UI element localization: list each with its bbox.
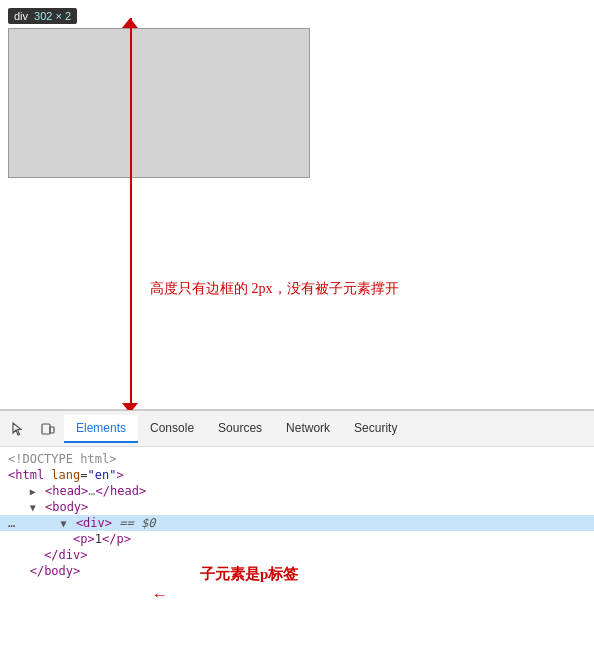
tab-console[interactable]: Console bbox=[138, 415, 206, 443]
browser-preview: div 302 × 2 高度只有边框的 2px，没有被子元素撑开 bbox=[0, 0, 594, 410]
html-line-p: <p>1</p> bbox=[0, 531, 594, 547]
tooltip-dimensions: 302 × 2 bbox=[34, 10, 71, 22]
html-line-div-close: </div> bbox=[0, 547, 594, 563]
devtools-tabbar: Elements Console Sources Network Securit… bbox=[0, 411, 594, 447]
html-line-div[interactable]: … ▼ <div> == $0 bbox=[0, 515, 594, 531]
small-arrow-icon: ← bbox=[152, 586, 168, 604]
main-annotation: 高度只有边框的 2px，没有被子元素撑开 bbox=[150, 280, 399, 298]
device-icon-button[interactable] bbox=[34, 415, 62, 443]
html-line-doctype: <!DOCTYPE html> bbox=[0, 451, 594, 467]
html-line-head[interactable]: ▶ <head>…</head> bbox=[0, 483, 594, 499]
devtools-html-content: <!DOCTYPE html> <html lang="en"> ▶ <head… bbox=[0, 447, 594, 652]
arrow-line bbox=[130, 18, 132, 408]
tab-network[interactable]: Network bbox=[274, 415, 342, 443]
svg-marker-0 bbox=[13, 423, 21, 435]
tooltip-tag: div bbox=[14, 10, 28, 22]
tab-security[interactable]: Security bbox=[342, 415, 409, 443]
devtools-panel: Elements Console Sources Network Securit… bbox=[0, 410, 594, 652]
sub-annotation: 子元素是p标签 bbox=[200, 565, 298, 584]
element-tooltip: div 302 × 2 bbox=[8, 8, 77, 24]
tab-elements[interactable]: Elements bbox=[64, 415, 138, 443]
html-line-html: <html lang="en"> bbox=[0, 467, 594, 483]
svg-rect-1 bbox=[42, 424, 50, 434]
svg-rect-2 bbox=[50, 427, 54, 433]
tab-sources[interactable]: Sources bbox=[206, 415, 274, 443]
cursor-icon-button[interactable] bbox=[4, 415, 32, 443]
preview-element-box bbox=[8, 28, 310, 178]
html-line-body-open[interactable]: ▼ <body> bbox=[0, 499, 594, 515]
